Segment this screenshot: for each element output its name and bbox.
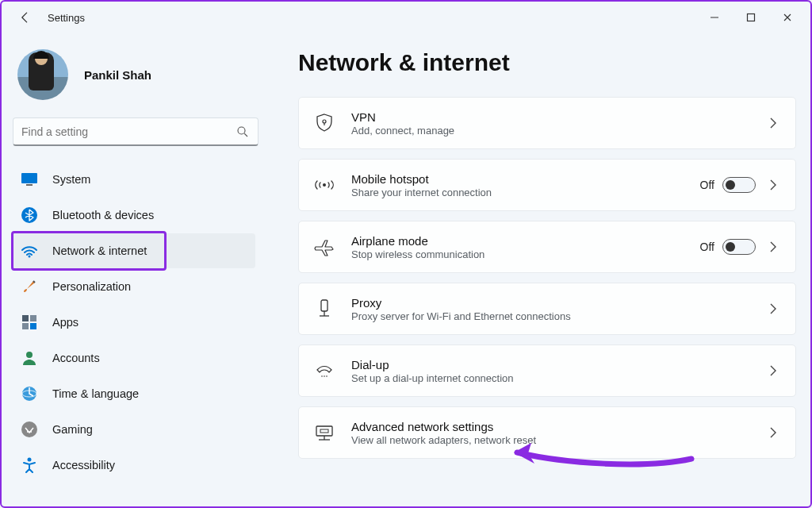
sidebar-item-bluetooth[interactable]: Bluetooth & devices [13,198,255,233]
accessibility-icon [21,456,38,474]
close-button[interactable] [769,5,806,30]
wifi-icon [21,242,38,260]
bluetooth-icon [21,206,38,224]
toggle-label: Off [700,241,714,253]
svg-point-24 [324,375,325,377]
chevron-right-icon [767,302,779,315]
sidebar-item-system[interactable]: System [13,162,255,197]
sidebar-item-label: Accessibility [52,459,115,471]
title-bar: Settings [2,2,810,33]
sidebar-item-label: Time & language [52,387,139,400]
svg-rect-4 [21,173,37,183]
sidebar-item-network[interactable]: Network & internet [13,233,255,268]
card-title: Advanced network settings [351,420,767,433]
svg-rect-5 [26,184,33,186]
card-subtitle: Proxy server for Wi-Fi and Ethernet conn… [351,310,767,322]
proxy-icon [313,298,335,320]
search-input[interactable] [21,125,236,138]
hotspot-icon [313,174,335,196]
card-subtitle: Stop wireless communication [351,248,700,260]
svg-rect-8 [22,315,29,321]
chevron-right-icon [767,179,779,191]
svg-rect-26 [316,426,332,436]
card-advanced-network[interactable]: Advanced network settings View all netwo… [298,406,796,459]
user-profile[interactable]: Pankil Shah [13,49,255,100]
back-button[interactable] [17,10,33,25]
svg-rect-10 [22,323,29,329]
svg-line-3 [244,133,247,137]
toggle-label: Off [700,179,714,191]
card-title: Airplane mode [351,234,700,248]
dialup-icon [313,360,335,382]
sidebar-item-time[interactable]: Time & language [13,376,255,411]
svg-rect-11 [30,323,36,329]
card-title: VPN [351,110,767,124]
network-adapter-icon [313,421,335,444]
minimize-button[interactable] [696,5,733,30]
window-title: Settings [48,12,85,24]
person-icon [21,349,38,367]
content-pane: Network & internet VPN Add, connect, man… [263,33,810,506]
svg-rect-1 [748,14,755,21]
airplane-toggle[interactable] [722,239,756,255]
chevron-right-icon [767,426,779,439]
svg-point-16 [28,458,32,462]
sidebar-item-label: Apps [52,316,79,329]
svg-point-2 [238,127,245,134]
clock-globe-icon [21,385,38,402]
brush-icon [21,278,38,295]
apps-icon [21,314,38,331]
card-title: Mobile hotspot [351,172,700,186]
svg-point-15 [21,421,37,437]
svg-point-17 [323,120,326,123]
sidebar-item-label: Accounts [52,352,100,364]
card-title: Dial-up [351,358,767,371]
hotspot-toggle[interactable] [722,177,756,193]
card-vpn[interactable]: VPN Add, connect, manage [298,97,796,149]
sidebar-item-apps[interactable]: Apps [13,305,255,340]
card-subtitle: Set up a dial-up internet connection [351,372,767,384]
sidebar: Pankil Shah System Bluetooth & devices N… [2,33,263,506]
sidebar-item-gaming[interactable]: Gaming [13,412,255,447]
card-subtitle: View all network adapters, network reset [351,434,767,446]
chevron-right-icon [767,364,779,377]
avatar [17,49,68,100]
sidebar-item-accessibility[interactable]: Accessibility [13,448,255,483]
svg-rect-29 [320,429,328,433]
shield-icon [313,112,335,134]
sidebar-item-label: Network & internet [52,244,147,257]
gaming-icon [21,421,38,438]
page-title: Network & internet [298,49,796,76]
card-subtitle: Share your internet connection [351,187,700,198]
sidebar-item-personalization[interactable]: Personalization [13,269,255,304]
chevron-right-icon [767,117,779,129]
chevron-right-icon [767,241,779,253]
svg-point-25 [326,375,327,377]
nav-list: System Bluetooth & devices Network & int… [13,162,255,483]
card-airplane-mode[interactable]: Airplane mode Stop wireless communicatio… [298,221,796,273]
svg-point-12 [26,352,33,358]
svg-rect-9 [30,315,36,321]
sidebar-item-accounts[interactable]: Accounts [13,341,255,375]
maximize-button[interactable] [733,5,769,30]
system-icon [21,171,38,188]
search-box[interactable] [13,117,259,146]
card-proxy[interactable]: Proxy Proxy server for Wi-Fi and Etherne… [298,283,796,335]
airplane-icon [313,236,335,258]
card-subtitle: Add, connect, manage [351,125,767,137]
card-title: Proxy [351,296,767,310]
card-mobile-hotspot[interactable]: Mobile hotspot Share your internet conne… [298,159,796,211]
sidebar-item-label: Gaming [52,423,93,436]
user-name: Pankil Shah [84,68,151,82]
sidebar-item-label: Bluetooth & devices [52,209,154,221]
sidebar-item-label: System [52,173,90,186]
search-icon [236,125,250,139]
svg-rect-20 [321,300,327,311]
sidebar-item-label: Personalization [52,280,131,293]
svg-point-7 [29,256,31,258]
card-dialup[interactable]: Dial-up Set up a dial-up internet connec… [298,344,796,397]
settings-cards: VPN Add, connect, manage Mobile hotspot … [298,97,796,459]
svg-point-19 [323,183,326,187]
svg-point-23 [321,375,323,377]
